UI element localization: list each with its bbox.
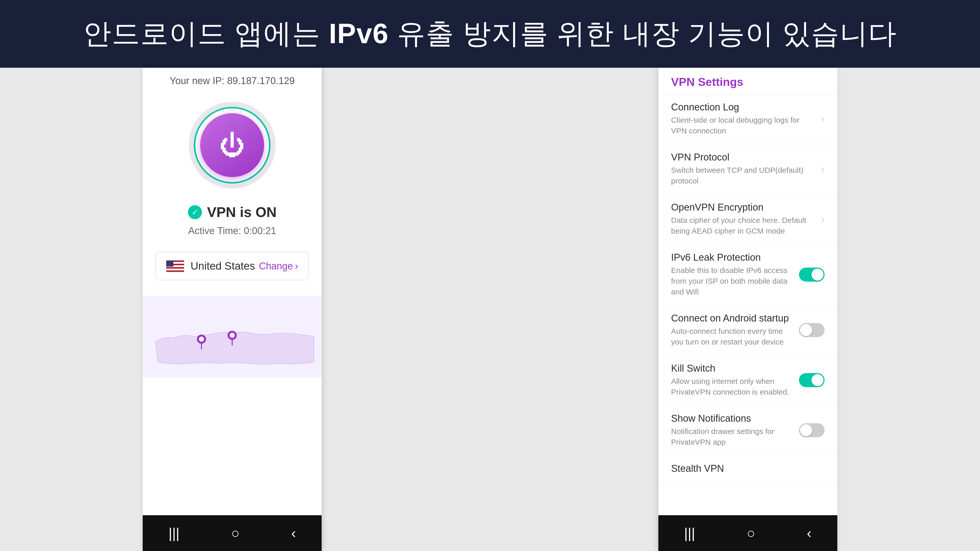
bottom-nav-left: ||| ○ ‹ — [143, 515, 321, 551]
settings-item-connection-log[interactable]: Connection Log Client-side or local debu… — [659, 94, 837, 144]
settings-item-openvpn-encryption[interactable]: OpenVPN Encryption Data cipher of your c… — [659, 194, 837, 245]
android-startup-desc: Auto-connect function every time you tur… — [671, 326, 794, 347]
ipv6-leak-toggle-thumb — [811, 268, 824, 281]
settings-list: Connection Log Client-side or local debu… — [659, 94, 837, 484]
kill-switch-title: Kill Switch — [671, 363, 794, 374]
settings-item-notifications-content: Show Notifications Notification drawer s… — [671, 413, 799, 448]
settings-item-openvpn-content: OpenVPN Encryption Data cipher of your c… — [671, 202, 821, 237]
settings-item-stealth-vpn[interactable]: Stealth VPN — [659, 456, 837, 484]
openvpn-title: OpenVPN Encryption — [671, 202, 816, 213]
openvpn-chevron-icon: › — [821, 213, 824, 225]
connection-log-title: Connection Log — [671, 102, 816, 113]
svg-point-2 — [230, 333, 235, 338]
settings-item-stealth-content: Stealth VPN — [671, 463, 824, 476]
settings-item-kill-switch[interactable]: Kill Switch Allow using internet only wh… — [659, 355, 837, 405]
phone-right-wrapper: VPN Settings Connection Log Client-side … — [516, 68, 980, 551]
active-time: Active Time: 0:00:21 — [188, 225, 276, 237]
settings-item-notifications[interactable]: Show Notifications Notification drawer s… — [659, 405, 837, 456]
ipv6-leak-title: IPv6 Leak Protection — [671, 252, 794, 263]
settings-title: VPN Settings — [671, 75, 824, 89]
phone-screen-left: Your new IP: 89.187.170.129 ⏻ ✓ VPN is O… — [143, 68, 321, 515]
openvpn-desc: Data cipher of your choice here. Default… — [671, 215, 816, 237]
settings-item-ipv6-content: IPv6 Leak Protection Enable this to disa… — [671, 252, 799, 297]
connection-log-desc: Client-side or local debugging logs for … — [671, 115, 816, 136]
home-nav-right-icon[interactable]: ○ — [746, 525, 755, 541]
phone-right: VPN Settings Connection Log Client-side … — [659, 68, 837, 551]
us-flag-icon — [166, 260, 184, 272]
power-button-outer[interactable]: ⏻ — [189, 102, 275, 189]
notifications-desc: Notification drawer settings for Private… — [671, 426, 794, 448]
settings-item-vpn-protocol-content: VPN Protocol Switch between TCP and UDP(… — [671, 152, 821, 186]
menu-nav-icon[interactable]: ||| — [169, 525, 180, 541]
home-nav-icon[interactable]: ○ — [231, 525, 240, 541]
map-svg — [143, 296, 321, 378]
location-name: United States — [191, 260, 255, 272]
kill-switch-desc: Allow using internet only when PrivateVP… — [671, 376, 794, 397]
notifications-toggle-thumb — [800, 424, 812, 436]
map-area — [143, 296, 321, 378]
vpn-status-row: ✓ VPN is ON — [188, 204, 277, 220]
settings-item-startup-content: Connect on Android startup Auto-connect … — [671, 313, 799, 347]
ipv6-leak-desc: Enable this to disable IPv6 access from … — [671, 265, 794, 297]
notifications-title: Show Notifications — [671, 413, 794, 424]
connection-log-chevron-icon: › — [821, 113, 824, 125]
vpn-protocol-title: VPN Protocol — [671, 152, 816, 163]
banner-text: 안드로이드 앱에는 IPv6 유출 방지를 위한 내장 기능이 있습니다 — [83, 15, 897, 53]
vpn-protocol-chevron-icon: › — [821, 163, 824, 175]
settings-item-kill-switch-content: Kill Switch Allow using internet only wh… — [671, 363, 799, 397]
change-chevron-icon: › — [295, 261, 298, 272]
main-content: Your new IP: 89.187.170.129 ⏻ ✓ VPN is O… — [0, 68, 980, 551]
phone-left: Your new IP: 89.187.170.129 ⏻ ✓ VPN is O… — [143, 68, 321, 551]
svg-point-5 — [199, 337, 204, 342]
kill-switch-toggle[interactable] — [799, 373, 824, 387]
stealth-vpn-title: Stealth VPN — [671, 463, 819, 474]
change-button[interactable]: Change › — [259, 261, 298, 272]
bottom-nav-right: ||| ○ ‹ — [659, 515, 837, 551]
vpn-check-icon: ✓ — [188, 205, 202, 219]
kill-switch-toggle-thumb — [811, 374, 824, 386]
settings-item-android-startup[interactable]: Connect on Android startup Auto-connect … — [659, 305, 837, 355]
settings-item-vpn-protocol[interactable]: VPN Protocol Switch between TCP and UDP(… — [659, 144, 837, 194]
vpn-status-text: VPN is ON — [207, 204, 277, 220]
android-startup-title: Connect on Android startup — [671, 313, 794, 324]
android-startup-toggle[interactable] — [799, 323, 824, 337]
phone-left-wrapper: Your new IP: 89.187.170.129 ⏻ ✓ VPN is O… — [0, 68, 465, 551]
settings-item-ipv6-leak[interactable]: IPv6 Leak Protection Enable this to disa… — [659, 245, 837, 305]
settings-screen: VPN Settings Connection Log Client-side … — [659, 68, 837, 515]
menu-nav-right-icon[interactable]: ||| — [684, 525, 695, 541]
gap-area — [465, 68, 516, 551]
power-icon: ⏻ — [220, 132, 245, 158]
location-selector[interactable]: United States Change › — [156, 252, 309, 280]
location-left: United States — [166, 260, 255, 272]
android-startup-toggle-thumb — [800, 324, 812, 336]
back-nav-right-icon[interactable]: ‹ — [807, 525, 811, 541]
top-banner: 안드로이드 앱에는 IPv6 유출 방지를 위한 내장 기능이 있습니다 — [0, 0, 980, 68]
back-nav-icon[interactable]: ‹ — [291, 525, 296, 541]
vpn-protocol-desc: Switch between TCP and UDP(default) prot… — [671, 165, 816, 186]
notifications-toggle[interactable] — [799, 423, 824, 437]
settings-item-connection-log-content: Connection Log Client-side or local debu… — [671, 102, 821, 136]
power-button-inner: ⏻ — [200, 113, 264, 177]
ip-address: Your new IP: 89.187.170.129 — [170, 75, 295, 86]
power-button-ring: ⏻ — [194, 107, 270, 184]
settings-header: VPN Settings — [659, 68, 837, 94]
ipv6-leak-toggle[interactable] — [799, 268, 824, 282]
